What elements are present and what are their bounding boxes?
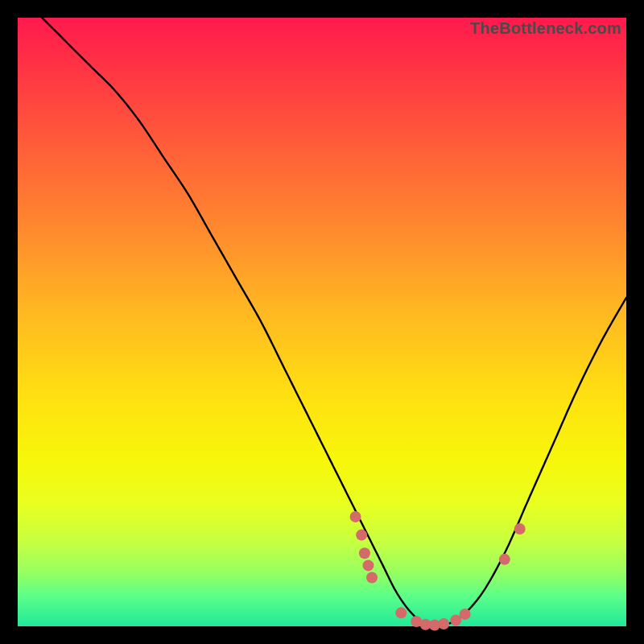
curve-markers — [350, 511, 526, 631]
curve-marker — [356, 530, 367, 541]
curve-marker — [350, 511, 361, 522]
curve-marker — [366, 572, 378, 584]
curve-marker — [438, 618, 449, 630]
curve-marker — [359, 547, 370, 559]
plot-area: TheBottleneck.com — [18, 18, 626, 626]
chart-frame: TheBottleneck.com — [18, 18, 626, 626]
curve-layer — [18, 18, 626, 626]
curve-marker — [362, 559, 374, 571]
curve-marker — [395, 607, 407, 618]
curve-marker — [514, 523, 526, 535]
bottleneck-curve — [42, 18, 626, 626]
curve-marker — [499, 554, 510, 565]
curve-marker — [460, 609, 471, 620]
